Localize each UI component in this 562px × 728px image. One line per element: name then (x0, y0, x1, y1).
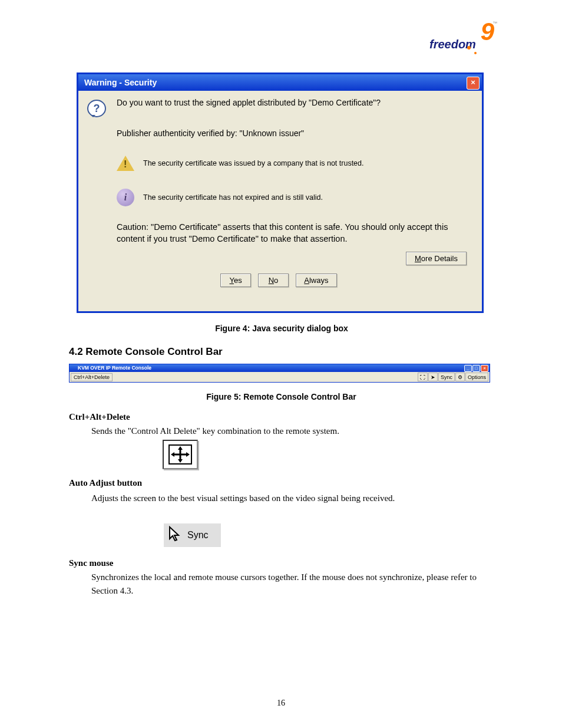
info-icon: i (117, 189, 134, 206)
kvm-title-text: KVM OVER IP Remote Console (78, 365, 151, 371)
sync-mouse-label: Sync mouse (69, 558, 113, 568)
logo-tm: ™ (492, 21, 497, 26)
close-button[interactable]: × (467, 77, 480, 90)
kvm-titlebar: KVM OVER IP Remote Console _ □ × (70, 364, 490, 372)
figure4-caption: Figure 4: Java security dialog box (194, 324, 369, 333)
sync-button[interactable]: Sync (438, 373, 455, 381)
question-icon: ? (87, 99, 106, 118)
brand-logo: freedom 9 ™ (429, 18, 494, 56)
cursor-icon (168, 526, 181, 545)
svg-marker-4 (178, 459, 183, 463)
cursor-icon[interactable]: ➤ (428, 373, 438, 381)
minimize-icon[interactable]: _ (464, 365, 472, 372)
options-button[interactable]: Options (465, 373, 488, 381)
auto-adjust-button-image (163, 440, 198, 469)
warning-icon: ! (117, 154, 134, 172)
auto-adjust-icon[interactable]: ⛶ (418, 373, 428, 381)
dialog-titlebar: Warning - Security × (78, 74, 482, 91)
sync-label-text: Sync (187, 530, 209, 541)
cert-untrusted-text: The security certificate was issued by a… (143, 159, 363, 167)
more-details-button[interactable]: More Details (406, 252, 467, 265)
always-button[interactable]: Always (296, 274, 337, 287)
kvm-console-bar: KVM OVER IP Remote Console _ □ × Ctrl+Al… (69, 364, 490, 383)
no-button[interactable]: No (258, 274, 289, 287)
svg-marker-3 (178, 446, 183, 450)
section-heading: 4.2 Remote Console Control Bar (69, 346, 223, 358)
caution-text: Caution: "Demo Certificate" asserts that… (117, 222, 464, 245)
maximize-icon[interactable]: □ (472, 365, 480, 372)
figure5-caption: Figure 5: Remote Console Control Bar (187, 392, 376, 401)
sync-button-image: Sync (164, 523, 221, 547)
dialog-body: ? Do you want to trust the signed applet… (78, 91, 482, 311)
page-number: 16 (0, 699, 562, 708)
svg-marker-5 (171, 452, 174, 457)
cad-label: Ctrl+Alt+Delete (69, 412, 130, 421)
sync-mouse-description: Synchronizes the local and remote mouse … (91, 571, 486, 597)
security-dialog: Warning - Security × ? Do you want to tr… (77, 73, 484, 313)
dialog-title: Warning - Security (84, 78, 157, 87)
logo-dot (474, 52, 477, 54)
ctrl-alt-delete-button[interactable]: Ctrl+Alt+Delete (71, 373, 113, 381)
close-icon[interactable]: × (481, 365, 488, 372)
dialog-question: Do you want to trust the signed applet d… (117, 98, 470, 107)
yes-button[interactable]: Yes (220, 274, 251, 287)
auto-adjust-label: Auto Adjust button (69, 478, 142, 487)
settings-icon[interactable]: ⚙ (455, 373, 465, 381)
publisher-line: Publisher authenticity verified by: "Unk… (117, 129, 470, 138)
svg-marker-6 (186, 452, 190, 457)
auto-adjust-description: Adjusts the screen to the best visual se… (91, 492, 480, 505)
expand-arrows-icon (168, 444, 192, 465)
cert-valid-text: The security certificate has not expired… (143, 193, 323, 202)
cad-description: Sends the "Control Alt Delete" key combi… (91, 424, 480, 438)
logo-dot (467, 46, 471, 50)
